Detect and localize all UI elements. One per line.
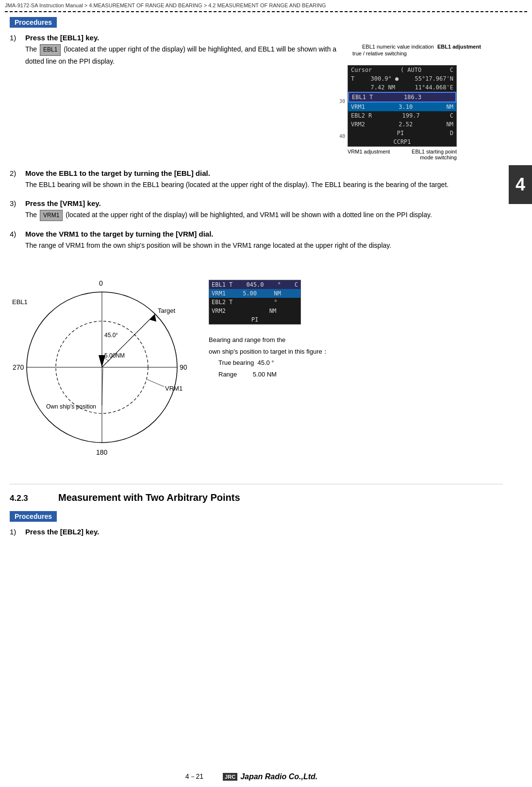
svg-text:90: 90	[180, 363, 187, 371]
step-2: 2) Move the EBL1 to the target by turnin…	[10, 169, 503, 190]
procedures-badge-2: Procedures	[10, 511, 57, 522]
step-4-body: The range of VRM1 from the own ship's po…	[25, 240, 503, 251]
vrm1-row: VRM13.10NM	[348, 103, 456, 111]
step-3-header: 3) Press the [VRM1] key.	[10, 199, 503, 207]
step-4-number: 4)	[10, 230, 25, 238]
cursor-row: Cursor( AUTOC	[348, 66, 456, 74]
svg-text:5.00NM: 5.00NM	[104, 352, 125, 359]
japan-radio-text: Japan Radio Co.,Ltd.	[240, 772, 317, 781]
t-row: T300.9° ●55°17.967'N	[348, 74, 456, 83]
vrm2-row: VRM22.52NM	[348, 120, 456, 129]
diagram-annotations: EBL1 numeric value indication true / rel…	[348, 44, 503, 63]
sd-pi: PI	[209, 315, 300, 324]
step-ebl2-title: Press the [EBL2] key.	[25, 528, 99, 536]
vrm-adjustment-label: VRM1 adjustment	[348, 149, 390, 160]
sd-ebl2: EBL2 T°	[209, 298, 300, 307]
page-number: 4－21	[185, 772, 203, 781]
step-2-number: 2)	[10, 169, 25, 177]
step-1-header: 1) Press the [EBL1] key.	[10, 34, 503, 42]
vrm1-key-badge: VRM1	[40, 210, 63, 221]
step-2-header: 2) Move the EBL1 to the target by turnin…	[10, 169, 503, 177]
jrc-badge: JRC	[223, 773, 237, 781]
step-4-title: Move the VRM1 to the target by turning t…	[25, 230, 214, 238]
circle-diagram: 0 90 180 270 EBL1 45.0° Target 5.00NM VR…	[10, 260, 194, 469]
sd-ebl1: EBL1 T045.0°C	[209, 280, 300, 289]
nm-row: 7.42 NM11°44.068'E	[348, 83, 456, 92]
ebl1-starting-label: EBL1 starting pointmode switching	[412, 149, 457, 160]
ebl1-row: EBL1 T186.3	[348, 92, 456, 103]
step-ebl2-number: 1)	[10, 528, 25, 536]
breadcrumb-text: JMA-9172-SA Instruction Manual > 4.MEASU…	[5, 2, 326, 8]
small-radar-display: EBL1 T045.0°C VRM15.00NM EBL2 T° VRM2NM …	[209, 280, 301, 325]
step-1-text: The EBL1 (located at the upper right of …	[25, 44, 338, 160]
step-4-header: 4) Move the VRM1 to the target by turnin…	[10, 230, 503, 238]
step-3-body: The VRM1 (located at the upper right of …	[25, 209, 503, 221]
step-1-number: 1)	[10, 34, 25, 42]
ccrp-row: CCRP1	[348, 137, 456, 146]
step-3: 3) Press the [VRM1] key. The VRM1 (locat…	[10, 199, 503, 221]
svg-text:0: 0	[99, 279, 103, 287]
step-ebl2: 1) Press the [EBL2] key.	[10, 528, 503, 536]
step-2-body: The EBL1 bearing will be shown in the EB…	[25, 179, 503, 190]
main-content: Procedures 1) Press the [EBL1] key. The …	[0, 12, 532, 549]
svg-text:270: 270	[13, 363, 24, 371]
sd-vrm1: VRM15.00NM	[209, 289, 300, 298]
bearing-details: True bearing 45.0 ° Range 5.00 NM	[218, 357, 329, 380]
step-1-diagram: EBL1 numeric value indication true / rel…	[348, 44, 503, 160]
svg-line-18	[147, 379, 164, 387]
chapter-tab: 4	[509, 165, 532, 204]
annotation-adjustment: EBL1 adjustment	[437, 44, 481, 50]
step-1-layout: The EBL1 (located at the upper right of …	[25, 44, 503, 160]
step-ebl2-header: 1) Press the [EBL2] key.	[10, 528, 503, 536]
circle-diagram-section: 0 90 180 270 EBL1 45.0° Target 5.00NM VR…	[10, 260, 503, 469]
section-title: Measurement with Two Arbitrary Points	[58, 492, 240, 503]
svg-text:Own ship's position: Own ship's position	[46, 403, 96, 410]
bearing-info: Bearing and range from theown ship's pos…	[209, 334, 329, 380]
procedures-badge-1: Procedures	[10, 17, 57, 28]
breadcrumb: JMA-9172-SA Instruction Manual > 4.MEASU…	[0, 0, 532, 11]
section-number: 4.2.3	[10, 494, 44, 503]
true-bearing: True bearing 45.0 °	[218, 357, 329, 368]
radar-display: Cursor( AUTOC T300.9° ●55°17.967'N 7.42 …	[348, 65, 457, 147]
ebl2-row: EBL2 R199.7C	[348, 111, 456, 120]
sd-vrm2: VRM2NM	[209, 307, 300, 315]
svg-text:VRM1: VRM1	[165, 385, 183, 392]
chapter-number: 4	[515, 174, 525, 195]
range-value: Range 5.00 NM	[218, 369, 329, 380]
svg-text:180: 180	[96, 448, 108, 456]
left-tick2: 40	[339, 134, 345, 139]
annotation-switching: true / relative switching	[352, 51, 407, 56]
pi-row: PID	[348, 129, 456, 137]
svg-text:45.0°: 45.0°	[104, 332, 118, 339]
circle-svg: 0 90 180 270 EBL1 45.0° Target 5.00NM VR…	[10, 260, 194, 469]
left-tick: 30	[339, 99, 345, 104]
step-3-number: 3)	[10, 199, 25, 207]
step-3-title: Press the [VRM1] key.	[25, 199, 101, 207]
ebl1-key-badge: EBL1	[40, 44, 61, 55]
svg-text:Target: Target	[158, 307, 176, 314]
annotation-numeric: EBL1 numeric value indication	[362, 44, 434, 50]
step-1-title: Press the [EBL1] key.	[25, 34, 99, 42]
bearing-intro: Bearing and range from theown ship's pos…	[209, 334, 329, 357]
step-2-title: Move the EBL1 to the target by turning t…	[25, 169, 210, 177]
svg-text:EBL1: EBL1	[12, 298, 28, 306]
footer: 4－21 JRC Japan Radio Co.,Ltd.	[0, 772, 503, 781]
circle-right-panel: EBL1 T045.0°C VRM15.00NM EBL2 T° VRM2NM …	[209, 260, 329, 380]
section-423: 4.2.3 Measurement with Two Arbitrary Poi…	[10, 484, 503, 503]
svg-line-6	[102, 335, 134, 367]
step-4: 4) Move the VRM1 to the target by turnin…	[10, 230, 503, 251]
step-1: 1) Press the [EBL1] key. The EBL1 (locat…	[10, 34, 503, 160]
bottom-annotations: VRM1 adjustment EBL1 starting pointmode …	[348, 149, 457, 160]
svg-marker-5	[150, 314, 156, 322]
footer-logo: JRC Japan Radio Co.,Ltd.	[223, 772, 317, 781]
